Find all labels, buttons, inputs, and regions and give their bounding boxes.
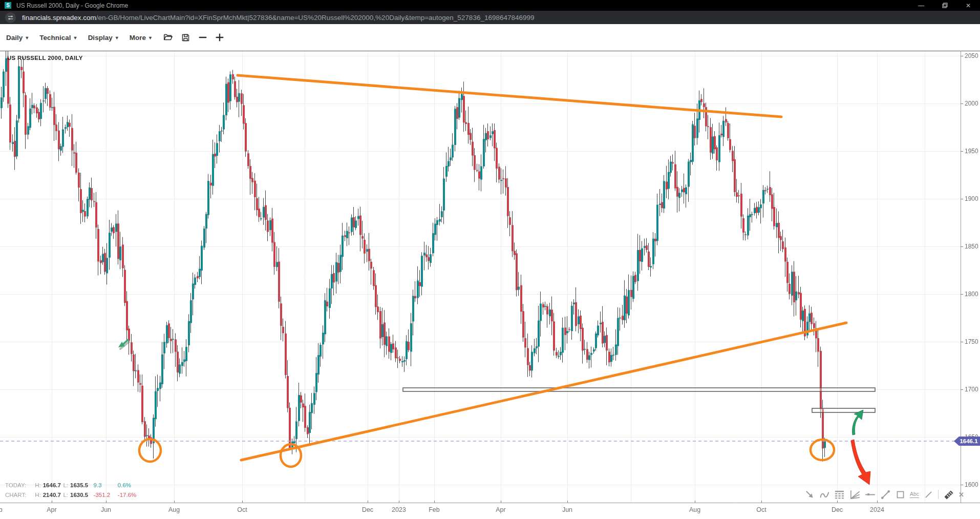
- chart-change-pct: -17.6%: [118, 490, 136, 500]
- time-tick-label: Apr: [496, 506, 505, 513]
- price-tick-label: 1600: [965, 481, 978, 488]
- price-tick-label: 1900: [965, 195, 978, 202]
- low-key: L:: [63, 490, 68, 500]
- legend-today-label: TODAY:: [5, 481, 33, 490]
- low-key: L:: [63, 481, 68, 490]
- price-tick-label: 2050: [965, 52, 978, 59]
- fan-lines-icon[interactable]: [849, 489, 860, 500]
- time-tick-label: Jun: [101, 506, 111, 513]
- line-tool-icon[interactable]: [924, 490, 933, 500]
- toolbar-divider: [938, 490, 939, 499]
- horizontal-line-icon[interactable]: [865, 489, 876, 500]
- time-tick-label: 2023: [392, 506, 406, 513]
- high-key: H:: [35, 490, 41, 500]
- high-key: H:: [35, 481, 41, 490]
- legend-chart-label: CHART:: [5, 490, 33, 500]
- today-change-pct: 0.6%: [118, 481, 131, 490]
- symbol-title: US RUSSELL 2000, DAILY: [7, 55, 83, 61]
- text-tool-label: Abc: [910, 491, 919, 498]
- candlestick-canvas[interactable]: [0, 0, 980, 519]
- time-tick-label: Oct: [756, 506, 766, 513]
- legend-row-today: TODAY: H:1646.7 L:1635.5 9.3 0.6%: [5, 481, 136, 490]
- time-tick-label: Dec: [832, 506, 843, 513]
- time-tick-label: Dec: [362, 506, 373, 513]
- chart-change: -351.2: [94, 490, 116, 500]
- rectangle-tool-icon[interactable]: [896, 490, 905, 500]
- time-tick-label: 2024: [870, 506, 884, 513]
- price-tick-label: 1950: [965, 148, 978, 155]
- today-high: 1646.7: [43, 481, 61, 490]
- chart-high: 2140.7: [43, 490, 61, 500]
- price-tick-label: 1800: [965, 290, 978, 298]
- time-tick-label: Feb: [429, 506, 440, 513]
- trendline-icon[interactable]: [880, 489, 891, 500]
- price-tick-label: 1750: [965, 338, 978, 345]
- fib-grid-icon[interactable]: [834, 489, 845, 500]
- support-line-short[interactable]: [812, 408, 875, 412]
- last-price-badge: 1646.1: [954, 437, 980, 446]
- price-tick-label: 1850: [965, 243, 978, 250]
- time-tick-label: Jun: [562, 506, 572, 513]
- price-tick-label: 2000: [965, 100, 978, 107]
- legend-row-chart: CHART: H:2140.7 L:1630.5 -351.2 -17.6%: [5, 490, 136, 500]
- time-tick-label: Aug: [168, 506, 180, 513]
- clear-drawings-icon[interactable]: ✕: [958, 491, 964, 499]
- time-tick-label: Apr: [47, 506, 56, 513]
- time-tick-label: Aug: [689, 506, 700, 513]
- browser-window: S US Russell 2000, Daily - Google Chrome…: [0, 0, 980, 519]
- drawing-toolbar: Abc ✕: [805, 487, 964, 502]
- freehand-curve-icon[interactable]: [819, 489, 829, 500]
- text-tool-icon[interactable]: Abc: [910, 491, 919, 498]
- support-line-long[interactable]: [403, 388, 875, 391]
- ruler-tool-icon[interactable]: [943, 489, 954, 500]
- time-tick-label: Feb: [0, 506, 3, 513]
- today-low: 1635.5: [70, 481, 88, 490]
- price-tick-label: 1700: [965, 386, 978, 393]
- pointer-arrow-icon[interactable]: [805, 490, 815, 500]
- ohlc-legend: TODAY: H:1646.7 L:1635.5 9.3 0.6% CHART:…: [5, 481, 136, 500]
- today-change: 9.3: [94, 481, 116, 490]
- time-tick-label: Oct: [237, 506, 247, 513]
- chart-low: 1630.5: [70, 490, 88, 500]
